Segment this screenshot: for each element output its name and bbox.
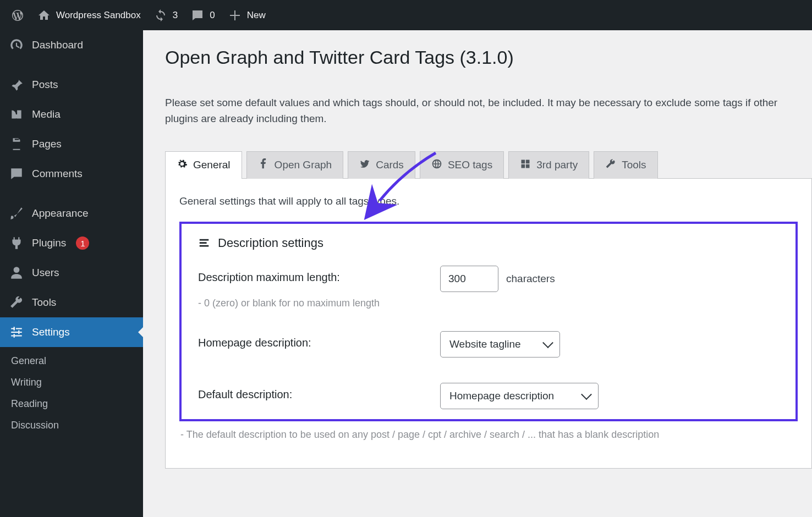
- dashboard-icon: [9, 37, 24, 53]
- grid-icon: [520, 158, 531, 172]
- site-name: Wordpress Sandbox: [56, 10, 141, 21]
- comments-button[interactable]: 0: [184, 0, 221, 30]
- field-label: Homepage description:: [198, 331, 440, 349]
- tab-label: 3rd party: [536, 159, 578, 171]
- sidebar-item-pages[interactable]: Pages: [0, 129, 143, 159]
- updates-button[interactable]: 3: [147, 0, 184, 30]
- homepage-description-select[interactable]: Website tagline: [440, 331, 560, 358]
- max-length-input[interactable]: [440, 266, 498, 292]
- sidebar-label: Users: [32, 267, 59, 279]
- new-label: New: [247, 10, 266, 21]
- wrench-icon: [605, 158, 616, 172]
- tab-cards[interactable]: Cards: [348, 151, 415, 179]
- gear-icon: [177, 158, 188, 172]
- tab-label: SEO tags: [448, 159, 492, 171]
- comments-count: 0: [210, 10, 215, 21]
- settings-panel: General settings that will apply to all …: [165, 178, 812, 469]
- svg-rect-2: [14, 334, 15, 338]
- field-label: Default description:: [198, 383, 440, 401]
- tabs: General Open Graph Cards SEO tags 3rd pa…: [165, 151, 812, 179]
- home-icon: [37, 9, 51, 22]
- tab-thirdparty[interactable]: 3rd party: [508, 151, 589, 179]
- page-intro: Please set some default values and which…: [165, 95, 812, 127]
- subitem-reading[interactable]: Reading: [0, 393, 143, 415]
- select-value: Homepage description: [449, 390, 554, 402]
- sidebar-label: Settings: [32, 326, 70, 338]
- comment-icon: [9, 166, 24, 182]
- new-button[interactable]: New: [222, 0, 272, 30]
- main-content: Open Graph and Twitter Card Tags (3.1.0)…: [143, 30, 812, 517]
- subitem-discussion[interactable]: Discussion: [0, 415, 143, 436]
- panel-intro: General settings that will apply to all …: [179, 195, 798, 207]
- settings-submenu: General Writing Reading Discussion: [0, 347, 143, 442]
- wp-logo-button[interactable]: [4, 0, 31, 30]
- user-icon: [9, 265, 24, 280]
- tab-label: Cards: [376, 159, 404, 171]
- sidebar-item-posts[interactable]: Posts: [0, 70, 143, 100]
- pin-icon: [9, 77, 24, 92]
- select-value: Website tagline: [449, 338, 521, 350]
- brush-icon: [9, 206, 24, 221]
- sidebar-label: Media: [32, 108, 61, 120]
- sidebar-item-plugins[interactable]: Plugins 1: [0, 228, 143, 258]
- sidebar-label: Comments: [32, 168, 83, 180]
- plugins-badge: 1: [76, 237, 89, 250]
- tab-label: Open Graph: [275, 159, 332, 171]
- sidebar-item-users[interactable]: Users: [0, 258, 143, 288]
- sidebar-item-media[interactable]: Media: [0, 100, 143, 129]
- media-icon: [9, 107, 24, 122]
- admin-bar: Wordpress Sandbox 3 0 New: [0, 0, 812, 30]
- sidebar-item-tools[interactable]: Tools: [0, 288, 143, 317]
- svg-rect-0: [14, 327, 15, 331]
- max-length-hint: - 0 (zero) or blank for no maximum lengt…: [198, 298, 779, 309]
- sidebar-label: Tools: [32, 296, 56, 309]
- comment-icon: [191, 9, 204, 22]
- page-title: Open Graph and Twitter Card Tags (3.1.0): [165, 47, 812, 68]
- svg-rect-1: [18, 331, 19, 334]
- tab-general[interactable]: General: [165, 151, 242, 179]
- plus-icon: [228, 9, 242, 22]
- description-settings-highlight: Description settings Description maximum…: [179, 222, 798, 421]
- facebook-icon: [258, 158, 269, 172]
- field-homepage-description: Homepage description: Website tagline: [198, 331, 779, 358]
- updates-count: 3: [173, 10, 178, 21]
- subitem-general[interactable]: General: [0, 350, 143, 372]
- field-default-description: Default description: Homepage descriptio…: [198, 383, 779, 409]
- sidebar-item-settings[interactable]: Settings: [0, 317, 143, 347]
- section-heading: Description settings: [198, 236, 779, 250]
- tab-tools[interactable]: Tools: [594, 151, 657, 179]
- subitem-writing[interactable]: Writing: [0, 372, 143, 393]
- field-max-length: Description maximum length: characters: [198, 266, 779, 292]
- default-description-select[interactable]: Homepage description: [440, 383, 599, 409]
- plugin-icon: [9, 235, 24, 251]
- site-home-button[interactable]: Wordpress Sandbox: [31, 0, 147, 30]
- wordpress-icon: [11, 9, 24, 22]
- sidebar-label: Posts: [32, 79, 58, 91]
- twitter-icon: [359, 158, 370, 172]
- sidebar-label: Plugins: [32, 237, 66, 249]
- wrench-icon: [9, 295, 24, 310]
- tab-opengraph[interactable]: Open Graph: [246, 151, 344, 179]
- admin-sidebar: Dashboard Posts Media Pages Comments App…: [0, 30, 143, 517]
- sidebar-item-dashboard[interactable]: Dashboard: [0, 30, 143, 60]
- sidebar-label: Dashboard: [32, 39, 83, 51]
- sidebar-label: Appearance: [32, 207, 88, 219]
- sidebar-item-comments[interactable]: Comments: [0, 159, 143, 189]
- tab-seo[interactable]: SEO tags: [420, 151, 504, 179]
- paragraph-icon: [198, 237, 210, 249]
- default-description-hint: - The default description to be used on …: [180, 429, 798, 441]
- unit-label: characters: [506, 273, 555, 285]
- tab-label: Tools: [622, 159, 646, 171]
- refresh-icon: [154, 9, 167, 22]
- pages-icon: [9, 136, 24, 152]
- globe-icon: [431, 158, 442, 172]
- tab-label: General: [193, 159, 231, 171]
- field-label: Description maximum length:: [198, 266, 440, 284]
- section-title: Description settings: [218, 236, 323, 250]
- sidebar-item-appearance[interactable]: Appearance: [0, 199, 143, 228]
- sidebar-label: Pages: [32, 138, 62, 150]
- sliders-icon: [9, 324, 24, 340]
